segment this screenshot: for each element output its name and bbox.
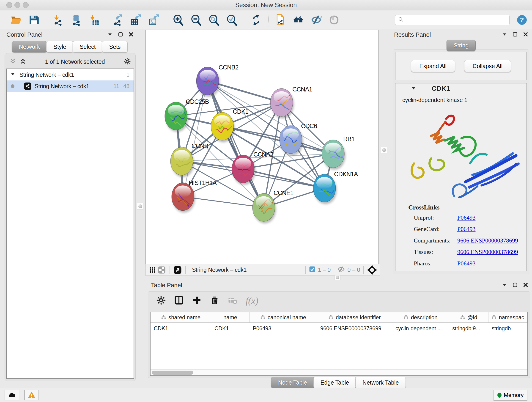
crosslink-link[interactable]: 9606.ENSP00000378699	[457, 249, 518, 255]
search-input[interactable]	[406, 17, 507, 23]
export-network-icon[interactable]	[112, 14, 124, 26]
help-button[interactable]: ?	[516, 14, 528, 26]
zoom-out-icon[interactable]	[190, 14, 202, 26]
grid-view-icon[interactable]	[148, 265, 157, 274]
float-icon[interactable]	[512, 32, 518, 38]
share-view-icon[interactable]	[157, 265, 166, 274]
node-ccne1[interactable]	[253, 193, 276, 223]
import-table-icon[interactable]	[88, 14, 100, 26]
open-file-icon[interactable]	[10, 14, 22, 26]
table-cell[interactable]: P06493	[249, 323, 317, 334]
expand-all-button[interactable]: Expand All	[411, 60, 455, 72]
tab-network[interactable]: Network	[12, 41, 47, 52]
gear-icon[interactable]	[156, 295, 166, 306]
columns-icon[interactable]	[174, 295, 184, 306]
selected-checkbox-icon[interactable]	[309, 266, 316, 274]
scrollbar-thumb[interactable]	[152, 370, 193, 375]
collapse-caret-icon[interactable]	[10, 71, 16, 78]
inactive-lens-icon[interactable]	[328, 14, 340, 26]
collapse-icon[interactable]	[502, 32, 507, 38]
edge-ccnb2-ccne1[interactable]	[208, 81, 264, 207]
gene-card-header[interactable]: CDK1	[395, 83, 526, 94]
tab-string[interactable]: String	[447, 40, 476, 51]
pan-crosshair-icon[interactable]	[367, 265, 377, 275]
collapse-icon[interactable]	[502, 282, 507, 288]
close-icon[interactable]	[523, 32, 528, 38]
tab-node-table[interactable]: Node Table	[271, 377, 314, 388]
expand-all-icon[interactable]	[19, 58, 26, 65]
tab-edge-table[interactable]: Edge Table	[313, 377, 356, 388]
table-cell[interactable]: cyclin-dependent ...	[392, 323, 449, 334]
column-header-description[interactable]: description	[392, 313, 449, 322]
zoom-fit-icon[interactable]	[208, 14, 220, 26]
node-hist1h1a[interactable]	[172, 183, 195, 213]
export-table-icon[interactable]	[130, 14, 142, 26]
close-icon[interactable]	[523, 282, 528, 288]
column-header-namespac[interactable]: namespac	[488, 313, 527, 322]
network-collection-row[interactable]: String Network – cdk1 1	[7, 69, 133, 80]
export-image-icon[interactable]	[148, 14, 160, 26]
crosslink-link[interactable]: 9606.ENSP00000378699	[457, 237, 518, 244]
horizontal-splitter-handle[interactable]	[335, 275, 341, 280]
tab-network-table[interactable]: Network Table	[355, 377, 406, 388]
hide-panel-icon[interactable]	[310, 14, 322, 26]
column-header-shared-name[interactable]: shared name	[151, 313, 211, 322]
table-cell[interactable]: stringdb:9...	[449, 323, 488, 334]
tab-style[interactable]: Style	[46, 41, 73, 52]
table-cell[interactable]: 9606.ENSP00000378699	[317, 323, 392, 334]
memory-button[interactable]: Memory	[494, 390, 527, 401]
node-cdkn1a[interactable]	[313, 174, 337, 204]
node-rb1[interactable]	[322, 140, 346, 170]
cloud-icon[interactable]	[5, 390, 19, 400]
hidden-eye-icon[interactable]	[337, 265, 345, 274]
table-cell[interactable]: stringdb	[488, 323, 527, 334]
table-horizontal-scrollbar[interactable]	[151, 370, 527, 375]
collapse-all-button[interactable]: Collapse All	[464, 60, 511, 72]
new-network-from-file-icon[interactable]	[274, 14, 286, 26]
add-column-icon[interactable]	[192, 295, 202, 306]
node-ccna1[interactable]	[270, 89, 294, 119]
svg-text:?: ?	[520, 16, 524, 23]
import-network-file-icon[interactable]	[52, 14, 64, 26]
node-ccnb2[interactable]	[196, 67, 220, 97]
import-network-database-icon[interactable]	[70, 14, 82, 26]
node-ccnb1[interactable]	[171, 147, 194, 177]
tree-column-icon	[491, 314, 496, 321]
open-session-home-icon[interactable]	[292, 14, 304, 26]
tab-sets[interactable]: Sets	[102, 41, 128, 52]
table-cell[interactable]: CDK1	[151, 323, 211, 334]
warning-icon[interactable]	[24, 390, 39, 400]
crosslink-link[interactable]: P06493	[457, 214, 475, 221]
zoom-in-icon[interactable]	[172, 14, 184, 26]
column-header--id[interactable]: @id	[449, 313, 488, 322]
float-icon[interactable]	[118, 32, 123, 38]
search-box[interactable]	[395, 15, 510, 25]
node-cdc6[interactable]	[279, 126, 303, 156]
float-icon[interactable]	[512, 282, 518, 288]
table-row[interactable]: CDK1CDK1P064939606.ENSP00000378699cyclin…	[151, 323, 527, 334]
collapse-caret-icon[interactable]	[411, 85, 417, 92]
delete-icon[interactable]	[210, 295, 220, 306]
column-header-canonical-name[interactable]: canonical name	[249, 313, 317, 322]
collapse-all-icon[interactable]	[9, 58, 16, 65]
collapse-icon[interactable]	[107, 32, 113, 38]
zoom-selected-icon[interactable]	[226, 14, 238, 26]
network-canvas[interactable]: CCNB2CCNA1CDC25BCDK1CDC6RB1CCNB1CCNA2CDK…	[146, 30, 379, 264]
right-splitter-handle[interactable]	[381, 147, 387, 153]
gear-icon[interactable]	[123, 57, 131, 66]
column-header-database-identifier[interactable]: database identifier	[317, 313, 392, 322]
crosslink-link[interactable]: P06493	[457, 260, 475, 267]
crosslink-link[interactable]: P06493	[457, 226, 475, 233]
network-row-selected[interactable]: String Network – cdk1 11 48	[7, 80, 133, 92]
left-splitter-handle[interactable]	[137, 203, 143, 210]
table-cell[interactable]: CDK1	[211, 323, 249, 334]
memory-status-dot	[497, 393, 501, 398]
open-in-new-icon[interactable]	[173, 265, 182, 274]
refresh-icon[interactable]	[250, 14, 262, 26]
column-header-name[interactable]: name	[211, 313, 249, 322]
tab-select[interactable]: Select	[73, 41, 103, 52]
save-session-icon[interactable]	[28, 14, 40, 26]
node-cdk1[interactable]	[211, 112, 234, 142]
close-icon[interactable]	[128, 32, 134, 38]
node-ccna2[interactable]	[232, 155, 255, 185]
